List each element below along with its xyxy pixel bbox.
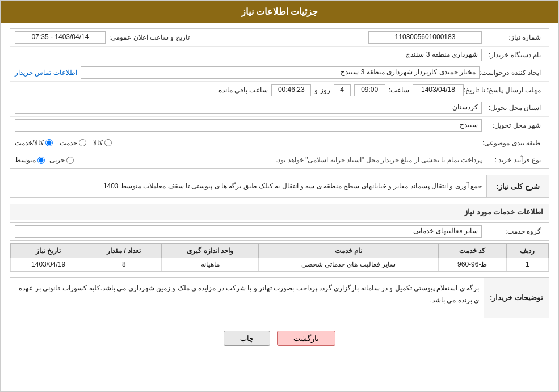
contact-link[interactable]: اطلاعات تماس خریدار xyxy=(15,69,77,77)
purchase-type-note: پرداخت تمام یا بخشی از مبلغ خریدار محل "… xyxy=(77,156,482,164)
buyer-notes-label: توضیحات خریدار: xyxy=(484,278,549,318)
description-value: جمع آوری و انتقال پسماند معابر و خیابانه… xyxy=(10,175,486,197)
purchase-label-2: متوسط xyxy=(15,156,36,164)
print-button[interactable]: چاپ xyxy=(224,331,270,346)
cell-quantity: 8 xyxy=(86,258,162,271)
purchase-radio-1[interactable] xyxy=(66,157,74,164)
row-requester-org: نام دستگاه خریدار: شهرداری منطقه 3 سنندج xyxy=(10,47,549,64)
deadline-time: 09:00 xyxy=(354,84,385,96)
deadline-days-label: روز و xyxy=(314,86,330,94)
city-label: شهر محل تحویل: xyxy=(482,121,544,129)
purchase-type-group: پرداخت تمام یا بخشی از مبلغ خریدار محل "… xyxy=(15,156,482,164)
description-label: شرح کلی نیاز: xyxy=(486,175,549,197)
buyer-notes-value: برگه ی استعلام پیوستی تکمیل و در سامانه … xyxy=(10,278,484,318)
row-province: استان محل تحویل: کردستان xyxy=(10,99,549,117)
announce-date-value: 1403/04/14 - 07:35 xyxy=(15,31,106,44)
need-number-label: شماره نیاز: xyxy=(482,33,544,41)
row-purchase-type: نوع فرآیند خرید : پرداخت تمام یا بخشی از… xyxy=(10,151,549,168)
category-label-3: کالا/خدمت xyxy=(15,139,44,147)
deadline-time-label: ساعت: xyxy=(389,86,409,94)
cell-code: ط-96-960 xyxy=(438,258,506,271)
creator-value: مختار حمیدی کاربرداز شهرداری منطقه 3 سنن… xyxy=(81,66,480,79)
need-number-value: 1103005601000183 xyxy=(368,31,482,44)
cell-date: 1403/04/19 xyxy=(11,258,86,271)
main-content: شماره نیاز: 1103005601000183 تاریخ و ساع… xyxy=(1,23,558,359)
category-radio-group: کالا خدمت کالا/خدمت xyxy=(15,139,482,147)
category-radio-3[interactable] xyxy=(45,139,53,146)
creator-group: مختار حمیدی کاربرداز شهرداری منطقه 3 سنن… xyxy=(15,66,480,79)
deadline-days: 4 xyxy=(334,84,351,96)
back-button[interactable]: بازگشت xyxy=(277,331,335,346)
col-name: نام خدمت xyxy=(258,243,438,258)
deadline-remaining-label: ساعت باقی مانده xyxy=(218,86,268,94)
creator-label: ایجاد کننده درخواست: xyxy=(480,69,544,77)
row-city: شهر محل تحویل: سنندج xyxy=(10,117,549,134)
category-option-3: کالا/خدمت xyxy=(15,139,53,147)
category-radio-1[interactable] xyxy=(104,139,112,146)
deadline-remaining: 00:46:23 xyxy=(271,84,311,96)
province-label: استان محل تحویل: xyxy=(482,104,544,112)
form-section: شماره نیاز: 1103005601000183 تاریخ و ساع… xyxy=(10,28,549,169)
col-code: کد خدمت xyxy=(438,243,506,258)
deadline-date: 1403/04/18 xyxy=(413,84,464,96)
city-value: سنندج xyxy=(15,119,482,132)
category-label-1: کالا xyxy=(93,139,103,147)
category-label: طبقه بندی موضوعی: xyxy=(482,139,544,147)
timer-row: 1403/04/18 ساعت: 09:00 4 روز و 00:46:23 … xyxy=(15,84,464,96)
purchase-label-1: جزیی xyxy=(49,156,65,164)
purchase-option-2: متوسط xyxy=(15,156,45,164)
purchase-radio-2[interactable] xyxy=(37,157,45,164)
buyer-notes-section: توضیحات خریدار: برگه ی استعلام پیوستی تک… xyxy=(10,277,549,318)
purchase-radio-group: جزیی متوسط xyxy=(15,156,74,164)
requester-org-value: شهرداری منطقه 3 سنندج xyxy=(15,49,482,61)
service-group-label: گروه خدمت: xyxy=(482,227,544,235)
col-quantity: تعداد / مقدار xyxy=(86,243,162,258)
purchase-option-1: جزیی xyxy=(49,156,74,164)
category-option-2: خدمت xyxy=(60,139,86,147)
requester-org-label: نام دستگاه خریدار: xyxy=(482,51,544,59)
button-group: بازگشت چاپ xyxy=(10,324,549,353)
row-category: طبقه بندی موضوعی: کالا خدمت کالا/خدمت xyxy=(10,134,549,151)
service-group-value: سایر فعالیتهای خدماتی xyxy=(15,225,482,238)
col-row: ردیف xyxy=(506,243,548,258)
col-date: تاریخ نیاز xyxy=(11,243,86,258)
row-need-number: شماره نیاز: 1103005601000183 تاریخ و ساع… xyxy=(10,29,549,47)
purchase-type-label: نوع فرآیند خرید : xyxy=(482,156,544,164)
services-section-title: اطلاعات خدمات مورد نیاز xyxy=(10,204,549,220)
table-row: 1ط-96-960سایر فعالیت های خدماتی شخصیماهی… xyxy=(11,258,549,271)
deadline-label: مهلت ارسال پاسخ: تا تاریخ: xyxy=(464,86,544,94)
page-header: جزئیات اطلاعات نیاز xyxy=(1,1,558,23)
services-table-container: ردیف کد خدمت نام خدمت واحد اندازه گیری ت… xyxy=(10,243,549,272)
cell-name: سایر فعالیت های خدماتی شخصی xyxy=(258,258,438,271)
table-header-row: ردیف کد خدمت نام خدمت واحد اندازه گیری ت… xyxy=(11,243,549,258)
col-unit: واحد اندازه گیری xyxy=(162,243,259,258)
services-table: ردیف کد خدمت نام خدمت واحد اندازه گیری ت… xyxy=(10,243,549,271)
province-value: کردستان xyxy=(15,102,482,114)
row-deadline: مهلت ارسال پاسخ: تا تاریخ: 1403/04/18 سا… xyxy=(10,82,549,99)
category-radio-2[interactable] xyxy=(79,139,86,146)
row-creator: ایجاد کننده درخواست: مختار حمیدی کاربردا… xyxy=(10,64,549,82)
cell-row: 1 xyxy=(506,258,548,271)
category-option-1: کالا xyxy=(93,139,112,147)
category-label-2: خدمت xyxy=(60,139,77,147)
header-title: جزئیات اطلاعات نیاز xyxy=(241,7,318,16)
page-container: جزئیات اطلاعات نیاز شماره نیاز: 11030056… xyxy=(0,0,559,392)
announce-date-label: تاریخ و ساعت اعلان عمومی: xyxy=(106,33,193,41)
description-section: شرح کلی نیاز: جمع آوری و انتقال پسماند م… xyxy=(10,175,549,198)
service-group-row: گروه خدمت: سایر فعالیتهای خدماتی xyxy=(10,222,549,241)
cell-unit: ماهیانه xyxy=(162,258,259,271)
